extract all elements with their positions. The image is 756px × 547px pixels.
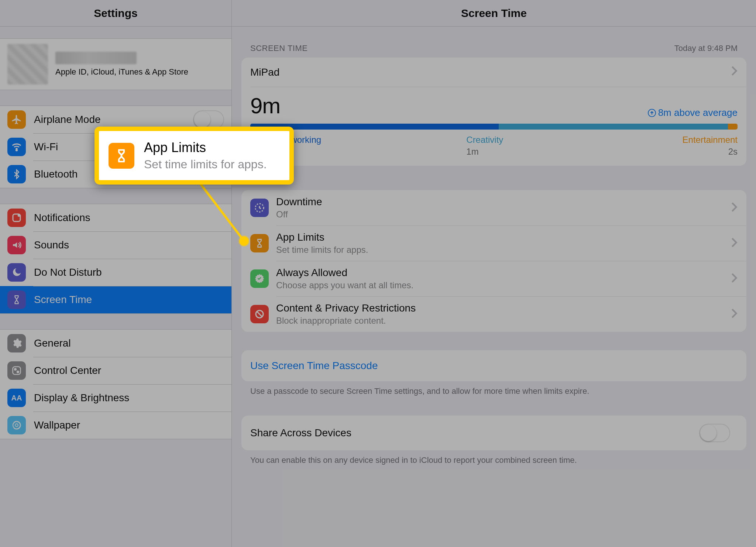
detail-title: Screen Time — [232, 0, 756, 27]
content-sub: Block inappropriate content. — [276, 316, 416, 326]
passcode-footer: Use a passcode to secure Screen Time set… — [241, 381, 746, 397]
usage-bar — [250, 124, 738, 130]
sidebar-item-dnd[interactable]: Do Not Disturb — [0, 259, 231, 286]
section-label: SCREEN TIME — [250, 44, 307, 53]
prohibit-icon — [250, 305, 269, 323]
account-row[interactable]: Apple ID, iCloud, iTunes & App Store — [0, 38, 231, 90]
device-row[interactable]: MiPad — [241, 58, 746, 87]
chevron-right-icon — [731, 308, 738, 320]
usage-delta: 8m above average — [648, 107, 738, 118]
gear-icon — [7, 334, 26, 352]
arrow-up-icon — [648, 109, 656, 117]
svg-point-0 — [16, 149, 17, 151]
display-label: Display & Brightness — [34, 392, 129, 404]
callout-anchor-dot — [239, 236, 249, 246]
passcode-card: Use Screen Time Passcode — [241, 350, 746, 381]
chevron-right-icon — [731, 202, 738, 214]
airplane-icon — [7, 110, 26, 129]
screentime-label: Screen Time — [34, 294, 92, 306]
share-toggle[interactable] — [699, 424, 730, 442]
bluetooth-icon — [7, 165, 26, 183]
svg-point-4 — [14, 368, 16, 370]
share-footer: You can enable this on any device signed… — [241, 450, 746, 466]
sidebar-item-screentime[interactable]: Screen Time — [0, 286, 231, 313]
usage-card: MiPad 9m 8m above average — [241, 58, 746, 166]
dnd-label: Do Not Disturb — [34, 266, 102, 278]
control-center-icon — [7, 361, 26, 380]
general-label: General — [34, 337, 71, 349]
timestamp: Today at 9:48 PM — [674, 44, 738, 53]
sounds-label: Sounds — [34, 239, 69, 251]
sidebar-item-display[interactable]: AA Display & Brightness — [0, 384, 231, 412]
cat-creativity-value: 1m — [466, 147, 682, 157]
item-downtime[interactable]: DowntimeOff — [241, 190, 746, 226]
usage-summary[interactable]: 9m 8m above average Social Networking6m … — [241, 87, 746, 166]
cat-entertainment-value: 2s — [683, 147, 738, 157]
item-app-limits[interactable]: App LimitsSet time limits for apps. — [241, 226, 746, 261]
dnd-icon — [7, 263, 26, 282]
downtime-icon — [250, 199, 269, 217]
hourglass-icon — [250, 234, 269, 252]
account-name-redacted — [55, 52, 137, 64]
sidebar-item-sounds[interactable]: Sounds — [0, 231, 231, 259]
wifi-label: Wi-Fi — [34, 141, 58, 153]
sidebar-item-general[interactable]: General — [0, 330, 231, 357]
applimits-sub: Set time limits for apps. — [276, 245, 368, 255]
notifications-label: Notifications — [34, 212, 90, 224]
callout-title: App Limits — [144, 140, 267, 155]
svg-point-5 — [17, 371, 19, 373]
settings-sidebar: Settings Apple ID, iCloud, iTunes & App … — [0, 0, 232, 547]
applimits-title: App Limits — [276, 231, 368, 243]
display-icon: AA — [7, 389, 26, 407]
usage-categories: Social Networking6m Creativity1m Enterta… — [250, 135, 738, 157]
sidebar-title: Settings — [0, 0, 231, 27]
detail-pane: Screen Time SCREEN TIME Today at 9:48 PM… — [232, 0, 756, 547]
sounds-icon — [7, 236, 26, 254]
wifi-icon — [7, 138, 26, 156]
share-card: Share Across Devices — [241, 416, 746, 450]
share-row[interactable]: Share Across Devices — [241, 416, 746, 450]
downtime-sub: Off — [276, 209, 322, 220]
wallpaper-icon — [7, 416, 26, 434]
content-title: Content & Privacy Restrictions — [276, 302, 416, 314]
control-center-label: Control Center — [34, 365, 101, 376]
svg-point-2 — [18, 214, 20, 217]
sidebar-group-3: General Control Center AA Display & Brig… — [0, 329, 231, 439]
notifications-icon — [7, 209, 26, 227]
settings-split-view: Settings Apple ID, iCloud, iTunes & App … — [0, 0, 756, 547]
svg-point-6 — [15, 424, 18, 427]
airplane-toggle[interactable] — [193, 110, 224, 129]
callout-app-limits: App Limits Set time limits for apps. — [94, 127, 294, 185]
sidebar-group-2: Notifications Sounds Do Not Disturb Scre… — [0, 204, 231, 314]
cat-entertainment-name: Entertainment — [683, 135, 738, 145]
cat-creativity-name: Creativity — [466, 135, 682, 145]
account-subtitle: Apple ID, iCloud, iTunes & App Store — [55, 67, 188, 77]
always-title: Always Allowed — [276, 267, 413, 279]
callout-sub: Set time limits for apps. — [144, 158, 267, 171]
usage-total: 9m — [250, 93, 280, 118]
check-seal-icon — [250, 269, 269, 288]
hourglass-icon — [109, 143, 134, 169]
item-content-privacy[interactable]: Content & Privacy RestrictionsBlock inap… — [241, 296, 746, 332]
downtime-title: Downtime — [276, 196, 322, 208]
sidebar-item-control-center[interactable]: Control Center — [0, 357, 231, 384]
always-sub: Choose apps you want at all times. — [276, 280, 413, 290]
airplane-label: Airplane Mode — [34, 114, 101, 125]
chevron-right-icon — [731, 273, 738, 285]
item-always-allowed[interactable]: Always AllowedChoose apps you want at al… — [241, 261, 746, 296]
sidebar-item-wallpaper[interactable]: Wallpaper — [0, 412, 231, 439]
sidebar-item-notifications[interactable]: Notifications — [0, 204, 231, 231]
passcode-link[interactable]: Use Screen Time Passcode — [241, 350, 746, 381]
limits-list: DowntimeOff App LimitsSet time limits fo… — [241, 190, 746, 332]
share-title: Share Across Devices — [250, 427, 351, 439]
svg-rect-3 — [13, 367, 21, 375]
device-name: MiPad — [250, 66, 279, 78]
chevron-right-icon — [731, 66, 738, 79]
screentime-icon — [7, 290, 26, 309]
avatar — [7, 44, 48, 85]
bluetooth-label: Bluetooth — [34, 168, 78, 180]
chevron-right-icon — [731, 237, 738, 249]
wallpaper-label: Wallpaper — [34, 419, 80, 431]
